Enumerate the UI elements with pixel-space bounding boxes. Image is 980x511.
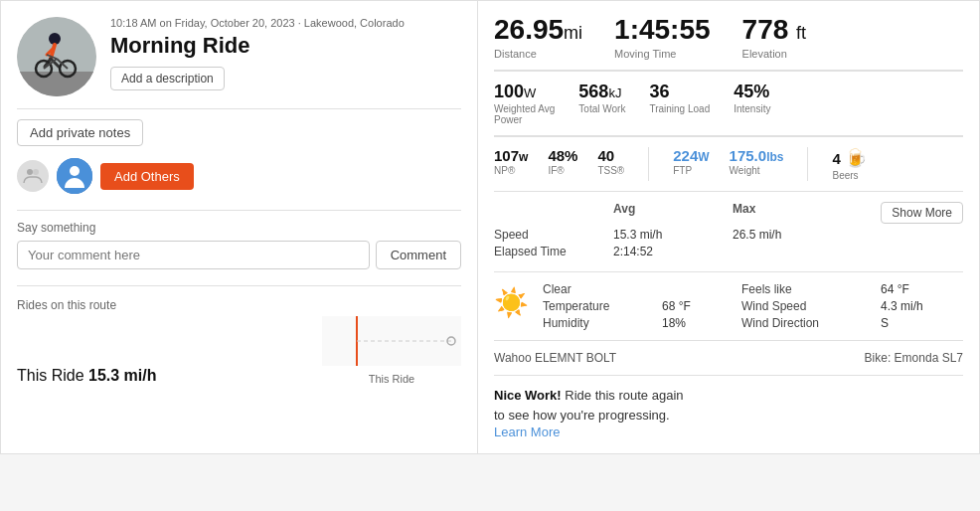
nice-work-text: Nice Work! Ride this route again to see … <box>494 386 684 425</box>
add-athlete-icon <box>17 160 49 192</box>
tss-np-value: 107w <box>494 147 528 164</box>
elapsed-time-max <box>733 245 852 258</box>
speed-max: 26.5 mi/h <box>733 228 852 242</box>
comment-button[interactable]: Comment <box>376 241 461 269</box>
divider-1 <box>17 108 461 109</box>
comment-input[interactable] <box>17 241 370 269</box>
show-more-button[interactable]: Show More <box>881 202 963 224</box>
wind-direction-label: Wind Direction <box>741 316 881 330</box>
stat-wap-value: 100W <box>494 82 555 103</box>
stat-intensity: 45% Intensity <box>734 82 770 126</box>
svg-point-15 <box>70 166 80 176</box>
learn-more-link[interactable]: Learn More <box>494 425 684 439</box>
stat-elevation-value: 778 ft <box>742 15 807 46</box>
add-private-notes-button[interactable]: Add private notes <box>17 119 143 146</box>
table-row: Elapsed Time 2:14:52 <box>494 245 963 258</box>
divider-2 <box>17 210 461 211</box>
weather-condition-value <box>662 282 741 296</box>
device-name: Wahoo ELEMNT BOLT <box>494 351 616 365</box>
route-chart-svg <box>322 316 461 371</box>
tss-beers-label: Beers <box>832 170 867 181</box>
activity-title-block: 10:18 AM on Friday, October 20, 2023 · L… <box>110 17 461 90</box>
stat-moving-time-label: Moving Time <box>614 48 711 60</box>
tss-if-label: IF® <box>548 165 577 176</box>
add-others-button[interactable]: Add Others <box>100 163 194 190</box>
stat-intensity-label: Intensity <box>734 103 770 114</box>
metrics-actions: Show More <box>852 202 963 224</box>
weather-condition-label: Clear <box>543 282 662 296</box>
tss-ftp-value: 224W <box>673 147 709 164</box>
humidity-value: 18% <box>662 316 741 330</box>
avatar-image <box>17 17 96 96</box>
stat-total-work-value: 568kJ <box>578 82 625 103</box>
activity-header: 10:18 AM on Friday, October 20, 2023 · L… <box>17 17 461 96</box>
svg-point-13 <box>33 169 39 175</box>
stat-total-work: 568kJ Total Work <box>578 82 625 126</box>
table-row: Speed 15.3 mi/h 26.5 mi/h <box>494 228 963 242</box>
weather-row: ☀️ Clear Feels like 64 °F Temperature 68… <box>494 282 963 341</box>
tss-divider-2 <box>807 147 808 181</box>
right-panel: 26.95mi Distance 1:45:55 Moving Time 778… <box>478 1 979 453</box>
stat-distance-label: Distance <box>494 48 582 60</box>
stat-elevation-label: Elevation <box>742 48 807 60</box>
feels-like-label: Feels like <box>741 282 881 296</box>
metrics-avg-header: Avg <box>613 202 733 224</box>
stat-moving-time-value: 1:45:55 <box>614 15 711 46</box>
elapsed-time-avg: 2:14:52 <box>613 245 733 258</box>
stats-top: 26.95mi Distance 1:45:55 Moving Time 778… <box>494 15 963 72</box>
comment-row: Comment <box>17 241 461 269</box>
this-ride-speed-value: 15.3 mi/h <box>88 367 156 384</box>
route-section: Rides on this route This Ride 15.3 mi/h <box>17 285 461 385</box>
add-description-button[interactable]: Add a description <box>110 67 225 90</box>
metrics-max-header: Max <box>733 202 852 224</box>
tss-tss: 40 TSS® <box>597 147 624 176</box>
speed-avg: 15.3 mi/h <box>613 228 733 242</box>
stats-secondary: 100W Weighted AvgPower 568kJ Total Work … <box>494 82 963 138</box>
rides-on-route-label: Rides on this route <box>17 298 461 312</box>
metrics-table-header: Avg Max Show More <box>494 202 963 224</box>
humidity-label: Humidity <box>543 316 662 330</box>
nice-work-text-block: Nice Work! Ride this route again to see … <box>494 386 684 439</box>
wind-direction-value: S <box>881 316 960 330</box>
feels-like-value: 64 °F <box>881 282 960 296</box>
stat-elevation: 778 ft Elevation <box>742 15 807 60</box>
tss-divider <box>648 147 649 181</box>
tss-row: 107w NP® 48% IF® 40 TSS® 224W FTP <box>494 147 963 192</box>
athlete-avatar <box>57 158 92 194</box>
speed-row-label: Speed <box>494 228 613 242</box>
stat-total-work-label: Total Work <box>578 103 625 114</box>
tss-np-label: NP® <box>494 165 528 176</box>
tss-if-value: 48% <box>548 147 577 164</box>
nice-work-text2: Ride this route again <box>562 388 684 403</box>
weather-icon: ☀️ <box>494 286 529 319</box>
route-chart-container: This Ride <box>322 316 461 385</box>
tss-weight-value: 175.0lbs <box>730 147 784 164</box>
stat-moving-time: 1:45:55 Moving Time <box>614 15 711 60</box>
stat-distance-value: 26.95mi <box>494 15 582 46</box>
elapsed-time-row-label: Elapsed Time <box>494 245 613 258</box>
stat-weighted-avg-power: 100W Weighted AvgPower <box>494 82 555 126</box>
tss-tss-value: 40 <box>597 147 624 164</box>
stat-intensity-value: 45% <box>734 82 770 103</box>
stat-training-load-value: 36 <box>649 82 710 103</box>
svg-point-12 <box>27 169 33 175</box>
nice-work-text3: to see how you're progressing. <box>494 408 670 423</box>
metrics-table: Avg Max Show More Speed 15.3 mi/h 26.5 m… <box>494 202 963 272</box>
svg-rect-1 <box>17 72 96 96</box>
tss-weight-label: Weight <box>730 165 784 176</box>
this-ride-speed: This Ride 15.3 mi/h <box>17 367 157 385</box>
tss-ftp: 224W FTP <box>673 147 709 176</box>
activity-meta: 10:18 AM on Friday, October 20, 2023 · L… <box>110 17 461 29</box>
athletes-row: Add Others <box>17 158 461 194</box>
this-ride-row: This Ride 15.3 mi/h This Ride <box>17 316 461 385</box>
tss-np: 107w NP® <box>494 147 528 176</box>
tss-tss-label: TSS® <box>597 165 624 176</box>
tss-ftp-label: FTP <box>673 165 709 176</box>
stat-training-load-label: Training Load <box>649 103 710 114</box>
left-panel: 10:18 AM on Friday, October 20, 2023 · L… <box>1 1 478 453</box>
avatar <box>17 17 96 96</box>
bike-label: Bike: Emonda SL7 <box>865 351 963 365</box>
stat-training-load: 36 Training Load <box>649 82 710 126</box>
tss-if: 48% IF® <box>548 147 577 176</box>
stat-distance: 26.95mi Distance <box>494 15 582 60</box>
